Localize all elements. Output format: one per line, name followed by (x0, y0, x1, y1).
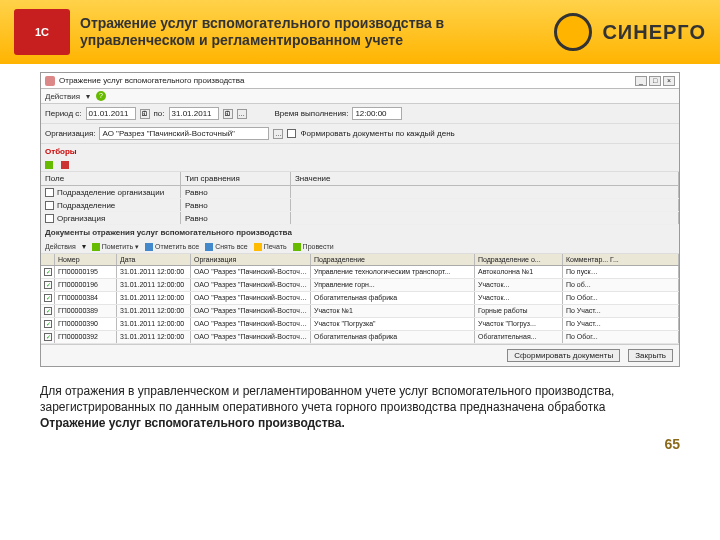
row-checkbox[interactable]: ✓ (44, 333, 52, 341)
col-dept[interactable]: Подразделение (311, 254, 475, 265)
cell-number: ГП00000384 (55, 292, 117, 304)
page-number: 65 (0, 436, 720, 452)
org-label: Организация: (45, 129, 95, 138)
filter-row[interactable]: Организация Равно (41, 212, 679, 225)
row-checkbox[interactable]: ✓ (44, 268, 52, 276)
cell-date: 31.01.2011 12:00:00 (117, 279, 191, 291)
org-row: Организация: АО "Разрез "Пачинский-Восто… (41, 124, 679, 144)
docs-grid: Номер Дата Организация Подразделение Под… (41, 254, 679, 344)
main-toolbar: Действия ▾ ? (41, 89, 679, 104)
table-row[interactable]: ✓ГП0000038931.01.2011 12:00:00ОАО "Разре… (41, 305, 679, 318)
actions-menu[interactable]: Действия (45, 92, 80, 101)
maximize-button[interactable]: □ (649, 76, 661, 86)
cell-dept2: Участок... (475, 292, 563, 304)
daily-docs-checkbox[interactable] (287, 129, 296, 138)
col-org[interactable]: Организация (191, 254, 311, 265)
cell-dept2: Горные работы (475, 305, 563, 317)
cell-number: ГП00000195 (55, 266, 117, 278)
col-comment[interactable]: Комментар... Г... (563, 254, 679, 265)
filter-add-icon[interactable] (45, 161, 53, 169)
cell-number: ГП00000392 (55, 331, 117, 343)
checkall-icon (145, 243, 153, 251)
cell-dept: Управление горн... (311, 279, 475, 291)
cell-org: ОАО "Разрез "Пачинский-Восточный" (191, 279, 311, 291)
cell-date: 31.01.2011 12:00:00 (117, 331, 191, 343)
print-icon (254, 243, 262, 251)
close-window-button[interactable]: Закрыть (628, 349, 673, 362)
period-label: Период с: (45, 109, 82, 118)
docs-mark-all[interactable]: Отметить все (145, 242, 199, 251)
docs-post[interactable]: Провести (293, 242, 334, 251)
cell-dept: Обогатительная фабрика (311, 292, 475, 304)
table-row[interactable]: ✓ГП0000039231.01.2011 12:00:00ОАО "Разре… (41, 331, 679, 344)
table-row[interactable]: ✓ГП0000038431.01.2011 12:00:00ОАО "Разре… (41, 292, 679, 305)
table-row[interactable]: ✓ГП0000019631.01.2011 12:00:00ОАО "Разре… (41, 279, 679, 292)
filter-checkbox[interactable] (45, 201, 54, 210)
docs-toolbar: Действия▾ Пометить▾ Отметить все Снять в… (41, 240, 679, 254)
cell-org: ОАО "Разрез "Пачинский-Восточный" (191, 305, 311, 317)
window-titlebar[interactable]: Отражение услуг вспомогательного произво… (41, 73, 679, 89)
cell-dept2: Участок "Погруз... (475, 318, 563, 330)
cell-comment: По Участ... (563, 305, 679, 317)
filters-col-type: Тип сравнения (181, 172, 291, 185)
cell-dept: Управление технологическим транспорт... (311, 266, 475, 278)
uncheckall-icon (205, 243, 213, 251)
help-icon[interactable]: ? (96, 91, 106, 101)
col-check (41, 254, 55, 265)
cell-dept: Участок "Погрузка" (311, 318, 475, 330)
filter-type: Равно (181, 212, 291, 224)
close-button[interactable]: × (663, 76, 675, 86)
filter-checkbox[interactable] (45, 188, 54, 197)
presentation-header: 1C Отражение услуг вспомогательного прои… (0, 0, 720, 64)
table-row[interactable]: ✓ГП0000039031.01.2011 12:00:00ОАО "Разре… (41, 318, 679, 331)
minimize-button[interactable]: _ (635, 76, 647, 86)
org-select-icon[interactable]: … (273, 129, 283, 139)
filter-value[interactable] (291, 199, 679, 211)
cell-org: ОАО "Разрез "Пачинский-Восточный" (191, 318, 311, 330)
filter-field: Подразделение организации (57, 188, 164, 197)
slide-title: Отражение услуг вспомогательного произво… (80, 15, 544, 49)
docs-actions[interactable]: Действия (45, 242, 76, 251)
app-stage: Отражение услуг вспомогательного произво… (0, 64, 720, 373)
cell-dept2: Автоколонна №1 (475, 266, 563, 278)
col-date[interactable]: Дата (117, 254, 191, 265)
cell-org: ОАО "Разрез "Пачинский-Восточный" (191, 266, 311, 278)
cell-number: ГП00000390 (55, 318, 117, 330)
calendar-to-icon[interactable]: 🗓 (223, 109, 233, 119)
generate-button[interactable]: Сформировать документы (507, 349, 620, 362)
docs-mark[interactable]: Пометить▾ (92, 242, 139, 251)
window-title: Отражение услуг вспомогательного произво… (59, 76, 244, 85)
cell-org: ОАО "Разрез "Пачинский-Восточный" (191, 331, 311, 343)
filter-type: Равно (181, 186, 291, 198)
filter-value[interactable] (291, 212, 679, 224)
filters-col-field: Поле (41, 172, 181, 185)
filter-row[interactable]: Подразделение организации Равно (41, 186, 679, 199)
row-checkbox[interactable]: ✓ (44, 320, 52, 328)
daily-docs-label: Формировать документы по каждый день (300, 129, 454, 138)
period-from-input[interactable]: 01.01.2011 (86, 107, 136, 120)
period-to-input[interactable]: 31.01.2011 (169, 107, 219, 120)
filter-value[interactable] (291, 186, 679, 198)
row-checkbox[interactable]: ✓ (44, 307, 52, 315)
col-dept2[interactable]: Подразделение о... (475, 254, 563, 265)
docs-print[interactable]: Печать (254, 242, 287, 251)
cell-comment: По Обог... (563, 292, 679, 304)
table-row[interactable]: ✓ГП0000019531.01.2011 12:00:00ОАО "Разре… (41, 266, 679, 279)
time-label: Время выполнения: (275, 109, 349, 118)
period-dialog-icon[interactable]: … (237, 109, 247, 119)
row-checkbox[interactable]: ✓ (44, 294, 52, 302)
filter-row[interactable]: Подразделение Равно (41, 199, 679, 212)
window-footer: Сформировать документы Закрыть (41, 344, 679, 366)
filter-checkbox[interactable] (45, 214, 54, 223)
calendar-from-icon[interactable]: 🗓 (140, 109, 150, 119)
time-input[interactable]: 12:00:00 (352, 107, 402, 120)
org-input[interactable]: АО "Разрез "Пачинский-Восточный" (99, 127, 269, 140)
col-number[interactable]: Номер (55, 254, 117, 265)
row-checkbox[interactable]: ✓ (44, 281, 52, 289)
logo-1c: 1C (14, 9, 70, 55)
cell-dept2: Участок... (475, 279, 563, 291)
filter-remove-icon[interactable] (61, 161, 69, 169)
docs-unmark-all[interactable]: Снять все (205, 242, 248, 251)
cell-dept: Участок №1 (311, 305, 475, 317)
cell-comment: По Обог... (563, 331, 679, 343)
